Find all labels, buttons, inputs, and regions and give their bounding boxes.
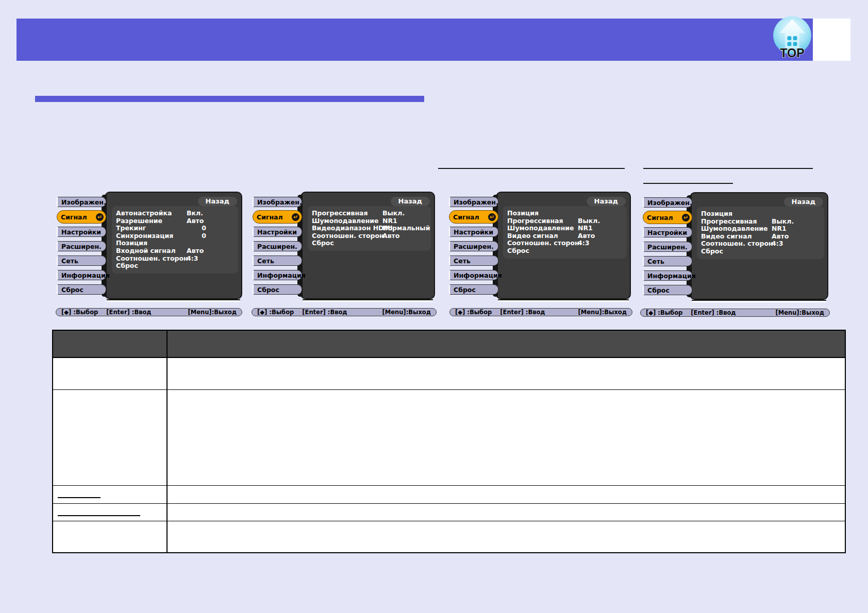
menu-row: Сброс (312, 239, 427, 247)
header-bar (16, 19, 813, 61)
back-button: Назад (784, 197, 823, 207)
menu-row-label: Видео сигнал (701, 232, 772, 240)
menu-row: Синхронизация 0 (116, 232, 234, 240)
sidebar-tab: Настройки ↵ (643, 227, 692, 237)
menu-row-label: Сброс (701, 247, 772, 255)
sidebar-tab-label: Настройки (257, 228, 297, 236)
sidebar-tab: Изображен. ↵ (253, 197, 302, 207)
table-cell-submenu (53, 521, 168, 552)
sidebar-tab: Изображен. ↵ (643, 197, 692, 208)
enter-icon: ↵ (488, 213, 496, 221)
menu-row-label: Позиция (507, 209, 578, 217)
sidebar-tab: Информация ↵ (449, 270, 498, 280)
link-underline[interactable] (58, 515, 140, 516)
sidebar-tab-label: Информация (454, 271, 502, 279)
menu-row-label: Позиция (116, 239, 187, 247)
table-cell-submenu (53, 504, 168, 521)
enter-icon: ↵ (96, 213, 104, 221)
menu-row-value: 0 (187, 224, 206, 232)
sidebar-tab-label: Расширен. (647, 243, 688, 251)
sidebar-tab-label: Сброс (454, 286, 476, 294)
top-home-icon: TOP (770, 14, 814, 60)
panel-bottom-edge (692, 300, 826, 302)
menu-row-label: Шумоподавление (312, 217, 382, 225)
menu-row: Автонастройка Вкл. (116, 209, 234, 217)
status-select-hint: [◆] :Выбор (257, 309, 294, 316)
link-underline[interactable] (58, 497, 101, 498)
sidebar-tab-label: Расширен. (454, 243, 494, 250)
sidebar-tab: Сигнал ↵ (57, 210, 106, 224)
menu-row: Трекинг 0 (116, 224, 234, 232)
sidebar-tab: Сеть ↵ (253, 256, 302, 266)
sidebar-tab-label: Информация (61, 271, 110, 279)
status-select-hint: [◆] :Выбор (646, 309, 682, 316)
sidebar-tab: Настройки ↵ (57, 227, 106, 237)
sidebar-tab-label: Настройки (454, 228, 493, 236)
panel-bottom-edge (107, 299, 240, 302)
menu-row: Позиция (507, 209, 623, 217)
menu-row-value: 0 (187, 232, 206, 240)
table-row (53, 390, 845, 486)
table-row (53, 504, 845, 521)
sidebar-tab: Сброс ↵ (253, 284, 302, 295)
osd-panel-video: Назад Позиция Прогрессивная Выкл. Шумопо… (640, 192, 830, 319)
menu-row: Разрешение Авто (116, 217, 234, 225)
top-button[interactable]: TOP (770, 14, 814, 60)
menu-row: Соотношен. сторон 4:3 (701, 240, 820, 247)
status-select-hint: [◆] :Выбор (61, 309, 98, 316)
menu-row-label: Прогрессивная (312, 209, 382, 217)
menu-rows: Позиция Прогрессивная Выкл. Шумоподавлен… (503, 206, 627, 259)
status-bar: [◆] :Выбор [Enter] :Ввод [Menu]:Выход (252, 308, 437, 316)
sidebar-tab-label: Сигнал (257, 213, 283, 221)
sidebar-tab-label: Сигнал (453, 213, 479, 221)
sidebar-tab: Расширен. ↵ (449, 241, 498, 251)
menu-panel-body: Назад Прогрессивная Выкл. Шумоподавление… (301, 192, 435, 299)
menu-row-value: Авто (382, 232, 399, 240)
sidebar-tab: Сброс ↵ (643, 285, 692, 295)
menu-row-label: Соотношен. сторон (701, 240, 772, 247)
menu-row-value: Выкл. (772, 217, 794, 225)
sidebar-tab-label: Сеть (454, 257, 471, 265)
status-enter-hint: [Enter] :Ввод (302, 309, 347, 316)
menu-row-value: Выкл. (382, 209, 405, 217)
osd-panel-hdmi: Назад Прогрессивная Выкл. Шумоподавление… (252, 192, 437, 318)
osd-panel-computer: Назад Автонастройка Вкл. Разрешение Авто… (56, 192, 244, 318)
status-bar: [◆] :Выбор [Enter] :Ввод [Menu]:Выход (640, 309, 830, 317)
table-header-cell-submenu (53, 331, 168, 357)
menu-row-label: Разрешение (116, 217, 187, 225)
menu-row-value: Авто (578, 232, 595, 240)
menu-row-label: Автонастройка (116, 209, 187, 217)
sidebar-tab-label: Сеть (257, 257, 274, 265)
sidebar-tab: Сеть ↵ (643, 256, 692, 266)
menu-row-label: Прогрессивная (507, 217, 578, 225)
status-select-hint: [◆] :Выбор (455, 309, 492, 316)
table-cell-function (168, 358, 845, 389)
menu-row-label: Соотношен. сторон (116, 254, 187, 262)
menu-rows: Позиция Прогрессивная Выкл. Шумоподавлен… (697, 207, 824, 259)
status-bar: [◆] :Выбор [Enter] :Ввод [Menu]:Выход (449, 308, 632, 316)
section-underline-3 (643, 183, 733, 184)
menu-row-label: Сброс (312, 239, 382, 247)
panel-bottom-edge (498, 299, 629, 302)
sidebar-tab: Расширен. ↵ (643, 242, 692, 252)
menu-row: Шумоподавление NR1 (312, 217, 427, 225)
menu-row-label: Шумоподавление (507, 224, 578, 232)
enter-icon: ↵ (682, 214, 690, 222)
menu-row: Прогрессивная Выкл. (312, 209, 427, 217)
sidebar-tabs: Изображен. ↵ Сигнал ↵ Настройки ↵ Расшир… (643, 197, 692, 299)
sidebar-tab-label: Сигнал (61, 213, 87, 221)
sidebar-tab: Информация ↵ (253, 270, 302, 280)
sidebar-tabs: Изображен. ↵ Сигнал ↵ Настройки ↵ Расшир… (449, 197, 498, 299)
sidebar-tab-label: Изображен. (454, 198, 498, 206)
sidebar-tab-label: Настройки (61, 228, 101, 236)
osd-panel-component: Назад Позиция Прогрессивная Выкл. Шумопо… (448, 192, 632, 318)
sidebar-tab: Информация ↵ (643, 270, 692, 281)
menu-row: Входной сигнал Авто (116, 247, 234, 254)
sidebar-tab: Изображен. ↵ (57, 197, 106, 207)
settings-table (52, 330, 846, 553)
table-cell-function (168, 486, 845, 503)
back-button: Назад (587, 197, 626, 206)
menu-row-label: Видеодиапазон HDMI (312, 224, 382, 232)
menu-row-label: Видео сигнал (507, 232, 578, 240)
status-enter-hint: [Enter] :Ввод (500, 309, 545, 316)
